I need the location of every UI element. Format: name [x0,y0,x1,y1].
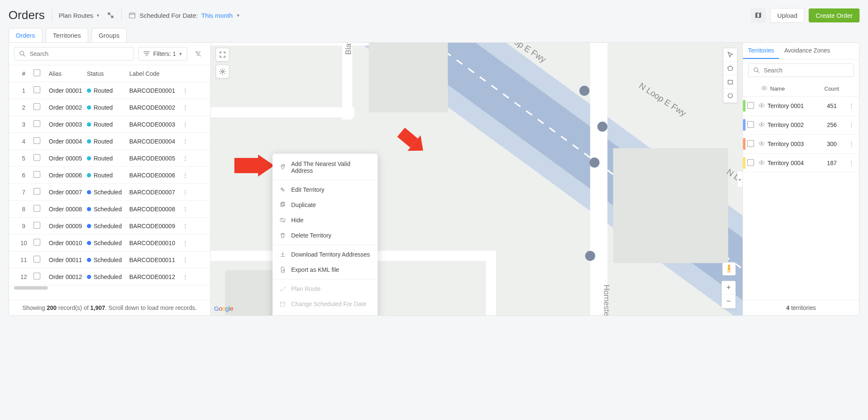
svg-point-1 [20,51,24,55]
table-row[interactable]: 1 Order 00001 Routed BARCODE00001 ⋮ [9,82,210,99]
cm-hide[interactable]: Hide [273,213,378,228]
table-row[interactable]: 8 Order 00008 Scheduled BARCODE00008 ⋮ [9,201,210,218]
row-checkbox[interactable] [33,171,40,178]
territory-row[interactable]: Territory 0003 300 ⋮ [743,135,859,154]
territory-visibility[interactable] [756,159,768,167]
fullscreen-icon [219,51,226,58]
row-menu-button[interactable]: ⋮ [180,172,190,179]
territory-menu-button[interactable]: ⋮ [846,122,857,128]
map-zoom-out[interactable]: − [722,295,735,308]
row-menu-button[interactable]: ⋮ [180,257,190,263]
orders-search-input[interactable] [30,50,129,57]
svg-text:Homestead Rd: Homestead Rd [602,285,611,315]
row-num: 12 [14,274,33,280]
territory-checkbox[interactable] [747,121,754,128]
table-row[interactable]: 10 Order 00010 Scheduled BARCODE00010 ⋮ [9,235,210,251]
territory-menu-button[interactable]: ⋮ [846,141,857,147]
row-checkbox[interactable] [33,154,40,161]
territory-checkbox[interactable] [747,102,754,109]
row-checkbox[interactable] [33,120,40,127]
rtab-avoidance[interactable]: Avoidance Zones [779,43,835,59]
map-cursor-tool[interactable] [723,48,737,62]
table-row[interactable]: 2 Order 00002 Routed BARCODE00002 ⋮ [9,99,210,116]
territory-visibility[interactable] [756,140,768,148]
filters-button[interactable]: Filters: 1 ▼ [138,47,187,61]
select-all-checkbox[interactable] [33,69,40,76]
row-menu-button[interactable]: ⋮ [180,274,190,280]
row-menu-button[interactable]: ⋮ [180,189,190,196]
row-menu-button[interactable]: ⋮ [180,104,190,111]
plan-routes-button[interactable]: Plan Routes ▼ [59,12,100,19]
collapse-right-panel[interactable]: ▸ [737,171,743,188]
territory-menu-button[interactable]: ⋮ [846,102,857,109]
map-fullscreen-button[interactable] [216,48,229,61]
tab-territories[interactable]: Territories [46,28,88,42]
table-row[interactable]: 5 Order 00005 Routed BARCODE00005 ⋮ [9,150,210,167]
table-row[interactable]: 11 Order 00011 Scheduled BARCODE00011 ⋮ [9,251,210,268]
cm-export-kml[interactable]: Export as KML file [273,262,378,277]
rect-icon [726,78,734,86]
route-icon-button[interactable] [107,11,114,19]
territory-row[interactable]: Territory 0004 187 ⋮ [743,154,859,173]
territories-search-input[interactable] [764,67,849,74]
row-num: 8 [14,206,33,213]
table-row[interactable]: 3 Order 00003 Routed BARCODE00003 ⋮ [9,116,210,133]
map-toggle-button[interactable] [751,8,766,23]
territory-row[interactable]: Territory 0002 256 ⋮ [743,116,859,135]
circle-icon [726,92,734,99]
svg-point-12 [590,158,600,168]
row-checkbox[interactable] [33,256,40,262]
create-order-button[interactable]: Create Order [809,8,860,22]
cm-add-nearest-address[interactable]: Add The Nearest Valid Address [273,156,378,178]
row-checkbox[interactable] [33,239,40,246]
pegman-button[interactable] [722,262,736,276]
upload-button[interactable]: Upload [770,8,805,23]
clear-filters-button[interactable] [192,47,205,61]
table-row[interactable]: 6 Order 00006 Routed BARCODE00006 ⋮ [9,167,210,184]
cm-edit-territory[interactable]: ✎ Edit Territory [273,182,378,197]
territory-checkbox[interactable] [747,140,754,147]
territory-checkbox[interactable] [747,159,754,166]
tab-orders[interactable]: Orders [8,28,42,42]
territory-visibility[interactable] [756,121,768,129]
orders-search[interactable] [14,47,134,61]
row-checkbox[interactable] [33,222,40,229]
row-menu-button[interactable]: ⋮ [180,206,190,213]
rtab-territories[interactable]: Territories [743,43,779,59]
territories-search[interactable] [748,64,854,77]
cm-delete-territory[interactable]: Delete Territory [273,228,378,243]
row-menu-button[interactable]: ⋮ [180,240,190,246]
calendar-icon [128,11,136,19]
table-row[interactable]: 4 Order 00004 Routed BARCODE00004 ⋮ [9,133,210,150]
map-rect-tool[interactable] [723,75,737,89]
table-row[interactable]: 7 Order 00007 Scheduled BARCODE00007 ⋮ [9,184,210,201]
orders-hscroll[interactable] [14,286,205,290]
map-polygon-tool[interactable] [723,62,737,75]
map-settings-button[interactable] [216,65,229,78]
table-row[interactable]: 12 Order 00012 Scheduled BARCODE00012 ⋮ [9,268,210,285]
row-checkbox[interactable] [33,103,40,110]
plan-routes-label: Plan Routes [59,12,94,19]
row-menu-button[interactable]: ⋮ [180,138,190,145]
row-menu-button[interactable]: ⋮ [180,155,190,162]
row-menu-button[interactable]: ⋮ [180,223,190,229]
row-menu-button[interactable]: ⋮ [180,121,190,128]
cm-duplicate[interactable]: Duplicate [273,197,378,213]
cm-download-addresses[interactable]: Download Territory Addresses [273,247,378,262]
row-checkbox[interactable] [33,273,40,279]
row-checkbox[interactable] [33,86,40,93]
row-menu-button[interactable]: ⋮ [180,87,190,94]
row-checkbox[interactable] [33,205,40,212]
visibility-toggle-all[interactable] [758,85,770,93]
row-checkbox[interactable] [33,188,40,195]
table-row[interactable]: 9 Order 00009 Scheduled BARCODE00009 ⋮ [9,218,210,235]
tab-groups[interactable]: Groups [92,28,127,42]
territory-menu-button[interactable]: ⋮ [846,160,857,166]
svg-rect-28 [281,203,284,206]
map-zoom-in[interactable]: + [722,281,735,295]
row-checkbox[interactable] [33,137,40,144]
territory-visibility[interactable] [756,102,768,110]
scheduled-date-filter[interactable]: Scheduled For Date: This month ▼ [128,11,240,19]
map-circle-tool[interactable] [723,89,737,102]
territory-row[interactable]: Territory 0001 451 ⋮ [743,97,859,116]
